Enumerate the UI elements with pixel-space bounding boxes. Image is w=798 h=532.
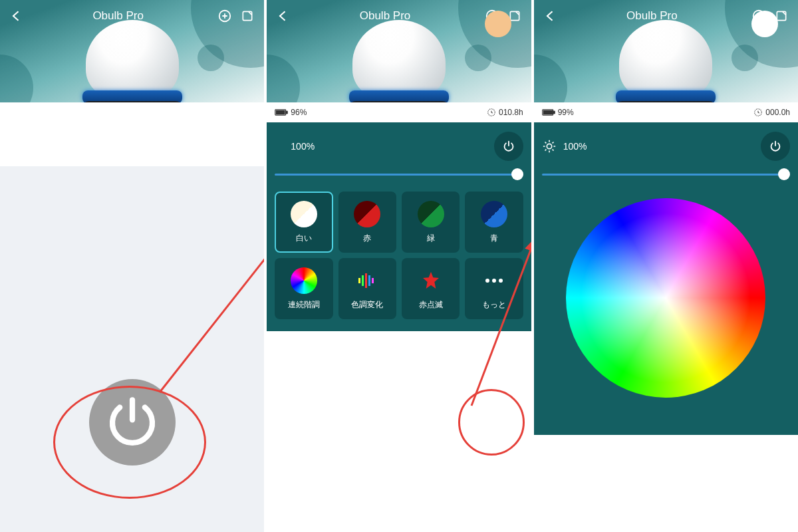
svg-rect-10 <box>362 275 364 286</box>
hero-area: Obulb Pro <box>0 0 264 102</box>
hero-area: Obulb Pro <box>267 0 531 102</box>
svg-rect-9 <box>358 278 360 283</box>
more-icon <box>481 267 507 294</box>
mode-red[interactable]: 赤 <box>338 192 396 253</box>
mode-white[interactable]: 白い <box>275 192 332 253</box>
mode-label: 赤点滅 <box>419 299 443 311</box>
svg-point-16 <box>499 279 503 283</box>
mode-blue[interactable]: 青 <box>465 192 523 253</box>
power-button[interactable] <box>761 132 790 161</box>
brightness-slider[interactable] <box>542 168 790 181</box>
clock-icon <box>753 108 763 117</box>
device-illustration <box>86 20 179 100</box>
green-swatch-icon <box>418 201 444 227</box>
bg-bubble <box>465 45 491 71</box>
hero-area: Obulb Pro <box>534 0 798 102</box>
mode-label: 青 <box>490 233 498 244</box>
brightness-icon <box>542 139 557 154</box>
mode-label: もっと <box>482 299 506 311</box>
bg-bubble <box>534 55 567 102</box>
color-wheel[interactable] <box>566 198 765 398</box>
battery-icon <box>275 108 288 116</box>
mode-more[interactable]: もっと <box>465 258 523 319</box>
battery-status: 99% <box>542 108 574 117</box>
back-button[interactable] <box>8 7 25 25</box>
device-illustration <box>619 20 712 100</box>
slider-track <box>275 174 523 176</box>
runtime-value: 000.0h <box>765 108 790 117</box>
svg-rect-6 <box>287 111 288 113</box>
mode-label: 緑 <box>427 233 435 244</box>
power-button[interactable] <box>494 132 523 161</box>
runtime-status: 000.0h <box>753 108 790 117</box>
brightness-value: 100% <box>275 141 487 152</box>
battery-status: 96% <box>275 108 307 117</box>
runtime-value: 010.8h <box>499 108 523 117</box>
runtime-status: 010.8h <box>487 108 523 117</box>
color-indicator <box>751 11 778 37</box>
svg-rect-21 <box>553 111 555 113</box>
bg-bubble <box>732 45 758 71</box>
red-swatch-icon <box>354 201 380 227</box>
slider-thumb[interactable] <box>778 168 790 180</box>
back-button[interactable] <box>275 7 292 25</box>
color-wheel-wrap <box>542 192 790 404</box>
svg-rect-22 <box>543 111 552 114</box>
slider-track <box>542 174 790 176</box>
status-row: 99% 000.0h <box>534 102 798 122</box>
equalizer-icon <box>354 267 380 294</box>
blue-swatch-icon <box>481 201 507 227</box>
edit-button[interactable] <box>239 7 256 25</box>
white-swatch-icon <box>291 201 317 227</box>
clock-icon <box>487 108 496 117</box>
mode-label: 白い <box>296 233 312 244</box>
annotation-ellipse <box>53 386 206 499</box>
svg-point-14 <box>485 279 489 283</box>
screen-modes: Obulb Pro 96% <box>267 0 531 532</box>
mode-label: 色調変化 <box>351 299 383 311</box>
brightness-row: 100% <box>275 132 523 161</box>
battery-value: 96% <box>291 108 307 117</box>
status-row: 96% 010.8h <box>267 102 531 122</box>
mode-label: 赤 <box>363 233 371 244</box>
brightness-slider[interactable] <box>275 168 523 181</box>
svg-rect-13 <box>372 278 374 283</box>
battery-icon <box>542 108 555 116</box>
mode-green[interactable]: 緑 <box>402 192 460 253</box>
mode-red-blink[interactable]: 赤点滅 <box>402 258 460 319</box>
svg-point-24 <box>547 144 551 148</box>
svg-rect-11 <box>365 273 367 288</box>
svg-rect-7 <box>277 111 285 114</box>
screenshot-row: Obulb Pro <box>0 0 798 532</box>
brightness-row: 100% <box>542 132 790 161</box>
mode-gradient[interactable]: 連続階調 <box>275 258 332 319</box>
control-panel: 100% <box>534 122 798 435</box>
annotation-circle <box>458 389 525 456</box>
rainbow-icon <box>291 267 317 294</box>
svg-rect-12 <box>368 275 370 286</box>
star-icon <box>418 267 444 294</box>
brightness-value: 100% <box>563 141 754 152</box>
add-button[interactable] <box>216 7 233 25</box>
slider-thumb[interactable] <box>511 168 523 180</box>
control-panel: 100% 白い 赤 緑 <box>267 122 531 331</box>
device-illustration <box>352 20 446 100</box>
mode-hue-shift[interactable]: 色調変化 <box>338 258 396 319</box>
bg-bubble <box>198 45 224 71</box>
bg-bubble <box>267 55 300 102</box>
screen-color-wheel: Obulb Pro 99% <box>534 0 798 532</box>
back-button[interactable] <box>542 7 559 25</box>
battery-value: 99% <box>558 108 574 117</box>
mode-label: 連続階調 <box>288 299 320 311</box>
bg-bubble <box>0 55 33 102</box>
color-indicator <box>485 11 511 37</box>
svg-point-15 <box>492 279 496 283</box>
screen-off: Obulb Pro <box>0 0 264 532</box>
mode-grid: 白い 赤 緑 青 連続階調 <box>275 192 523 319</box>
